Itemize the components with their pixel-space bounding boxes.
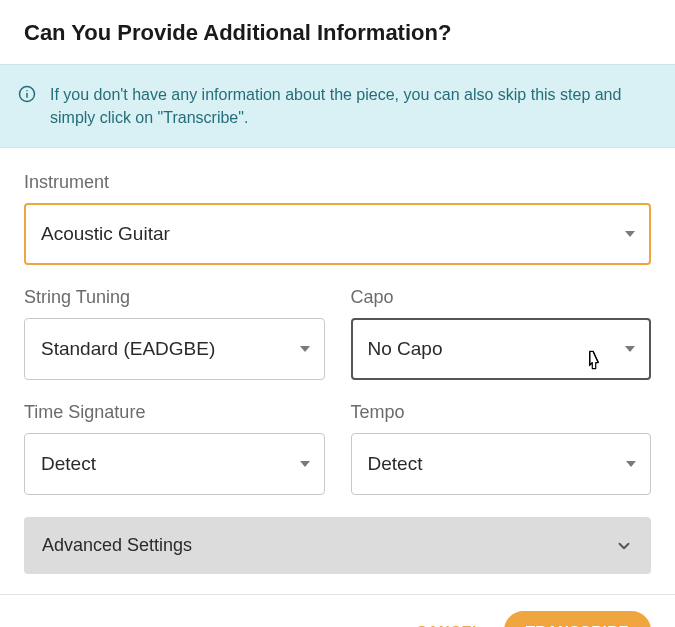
advanced-settings-label: Advanced Settings	[42, 535, 192, 556]
tempo-select[interactable]: Detect	[351, 433, 652, 495]
tempo-label: Tempo	[351, 402, 652, 423]
info-icon	[18, 85, 36, 103]
chevron-down-icon	[625, 231, 635, 237]
chevron-down-icon	[300, 461, 310, 467]
time-signature-select[interactable]: Detect	[24, 433, 325, 495]
tempo-value: Detect	[368, 453, 423, 475]
info-text: If you don't have any information about …	[50, 83, 651, 129]
instrument-select[interactable]: Acoustic Guitar	[24, 203, 651, 265]
chevron-down-icon	[626, 461, 636, 467]
transcribe-button[interactable]: TRANSCRIBE	[504, 611, 651, 627]
cancel-button[interactable]: CANCEL	[406, 614, 492, 627]
advanced-settings-toggle[interactable]: Advanced Settings	[24, 517, 651, 574]
dialog-footer: CANCEL TRANSCRIBE	[0, 594, 675, 627]
instrument-label: Instrument	[24, 172, 651, 193]
time-signature-label: Time Signature	[24, 402, 325, 423]
capo-select[interactable]: No Capo	[351, 318, 652, 380]
svg-point-2	[26, 90, 28, 92]
time-signature-value: Detect	[41, 453, 96, 475]
tuning-value: Standard (EADGBE)	[41, 338, 215, 360]
chevron-down-icon	[300, 346, 310, 352]
tuning-select[interactable]: Standard (EADGBE)	[24, 318, 325, 380]
info-banner: If you don't have any information about …	[0, 64, 675, 148]
instrument-value: Acoustic Guitar	[41, 223, 170, 245]
chevron-down-icon	[615, 537, 633, 555]
capo-label: Capo	[351, 287, 652, 308]
capo-value: No Capo	[368, 338, 443, 360]
chevron-down-icon	[625, 346, 635, 352]
tuning-label: String Tuning	[24, 287, 325, 308]
page-title: Can You Provide Additional Information?	[24, 20, 651, 46]
